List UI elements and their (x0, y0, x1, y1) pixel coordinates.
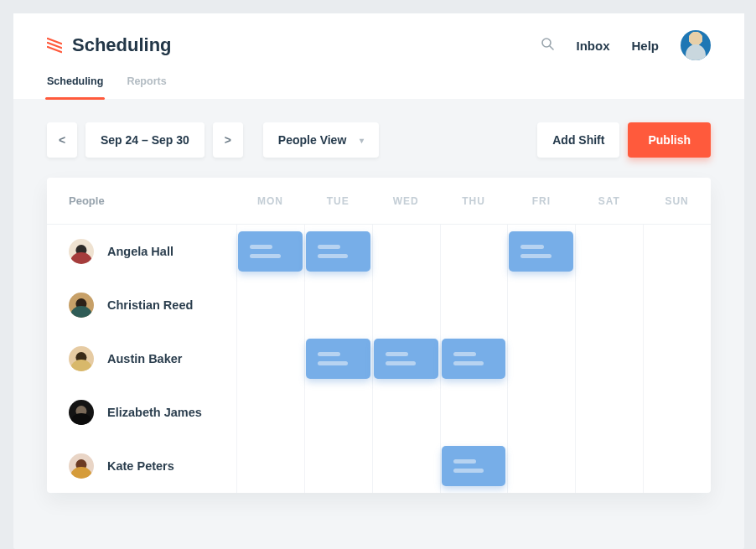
day-cell[interactable] (304, 285, 372, 325)
shift-line (250, 254, 281, 258)
day-header-thu: THU (440, 195, 508, 207)
shift-line (453, 469, 484, 473)
day-cell[interactable] (372, 231, 440, 272)
schedule-row: Austin Baker (47, 332, 711, 386)
app-title: Scheduling (72, 34, 172, 56)
shift-line (386, 352, 408, 356)
day-cell[interactable] (372, 339, 440, 379)
shift-block[interactable] (306, 231, 370, 272)
tab-reports[interactable]: Reports (127, 75, 166, 99)
day-header-mon: MON (236, 195, 304, 207)
shift-line (250, 245, 272, 249)
day-cell[interactable] (372, 392, 440, 432)
day-cell[interactable] (575, 446, 643, 486)
next-week-button[interactable]: > (213, 122, 243, 158)
header: Scheduling Inbox Help Scheduling Reports (13, 13, 744, 99)
person-cell: Elizabeth James (47, 400, 236, 425)
app-frame: Scheduling Inbox Help Scheduling Reports… (13, 13, 744, 549)
brand: Scheduling (47, 34, 172, 56)
day-cell[interactable] (440, 446, 508, 486)
day-cell[interactable] (440, 392, 508, 432)
person-cell: Christian Reed (47, 293, 236, 318)
shift-block[interactable] (238, 231, 303, 272)
search-icon[interactable] (541, 37, 554, 54)
shift-line (386, 361, 417, 365)
header-right: Inbox Help (541, 30, 711, 60)
chevron-down-icon: ▾ (360, 136, 364, 145)
header-tabs: Scheduling Reports (47, 75, 711, 99)
toolbar: < Sep 24 – Sep 30 > People View ▾ Add Sh… (13, 99, 744, 178)
day-cell[interactable] (440, 285, 508, 325)
tab-scheduling[interactable]: Scheduling (47, 75, 103, 99)
person-avatar (69, 453, 94, 479)
shift-block[interactable] (509, 231, 573, 272)
shift-line (520, 245, 543, 249)
day-cell[interactable] (236, 392, 304, 432)
day-cell[interactable] (440, 231, 508, 272)
shift-line (453, 459, 476, 464)
person-name: Angela Hall (107, 245, 173, 258)
day-header-fri: FRI (507, 195, 575, 207)
day-cell[interactable] (236, 231, 304, 272)
day-cell[interactable] (507, 231, 575, 272)
shift-block[interactable] (374, 339, 438, 379)
grid-body: Angela HallChristian ReedAustin BakerEli… (47, 225, 711, 493)
shift-block[interactable] (442, 446, 506, 486)
logo-icon (47, 36, 62, 54)
person-avatar (69, 239, 94, 264)
day-cell[interactable] (304, 446, 372, 486)
day-cell[interactable] (575, 392, 643, 432)
prev-week-button[interactable]: < (47, 122, 77, 158)
add-shift-button[interactable]: Add Shift (537, 122, 619, 158)
person-avatar (69, 346, 94, 371)
user-avatar[interactable] (681, 30, 711, 60)
nav-help[interactable]: Help (631, 39, 659, 53)
grid-header: People MON TUE WED THU FRI SAT SUN (47, 178, 711, 225)
shift-line (318, 254, 349, 258)
svg-line-1 (550, 46, 553, 49)
day-cell[interactable] (236, 285, 304, 325)
person-name: Elizabeth James (107, 406, 202, 419)
shift-block[interactable] (442, 339, 506, 379)
day-cell[interactable] (643, 392, 711, 432)
day-cell[interactable] (304, 339, 372, 379)
day-cell[interactable] (236, 339, 304, 379)
person-avatar (69, 400, 94, 425)
schedule-row: Kate Peters (47, 439, 711, 493)
shift-line (318, 352, 340, 356)
view-select-label: People View (278, 133, 346, 147)
day-cell[interactable] (440, 339, 508, 379)
day-cell[interactable] (643, 285, 711, 325)
view-select[interactable]: People View ▾ (263, 122, 379, 158)
schedule-row: Christian Reed (47, 278, 711, 332)
day-cell[interactable] (507, 446, 575, 486)
day-cell[interactable] (372, 285, 440, 325)
day-cell[interactable] (236, 446, 304, 486)
nav-inbox[interactable]: Inbox (576, 39, 609, 53)
shift-line (520, 254, 551, 258)
shift-block[interactable] (306, 339, 370, 379)
day-header-tue: TUE (304, 195, 372, 207)
day-cell[interactable] (643, 446, 711, 486)
date-range-button[interactable]: Sep 24 – Sep 30 (85, 122, 205, 158)
day-cell[interactable] (575, 339, 643, 379)
person-name: Christian Reed (107, 298, 193, 312)
day-header-sat: SAT (575, 195, 643, 207)
day-header-wed: WED (372, 195, 440, 207)
publish-button[interactable]: Publish (628, 122, 711, 158)
person-cell: Austin Baker (47, 346, 236, 371)
day-cell[interactable] (507, 285, 575, 325)
day-cell[interactable] (304, 231, 372, 272)
person-name: Kate Peters (107, 459, 174, 473)
day-cell[interactable] (507, 339, 575, 379)
day-cell[interactable] (643, 231, 711, 272)
day-cell[interactable] (372, 446, 440, 486)
schedule-row: Angela Hall (47, 225, 711, 278)
day-cell[interactable] (575, 231, 643, 272)
day-cell[interactable] (575, 285, 643, 325)
day-cell[interactable] (507, 392, 575, 432)
day-cell[interactable] (304, 392, 372, 432)
person-name: Austin Baker (107, 352, 182, 365)
day-header-sun: SUN (643, 195, 711, 207)
day-cell[interactable] (643, 339, 711, 379)
